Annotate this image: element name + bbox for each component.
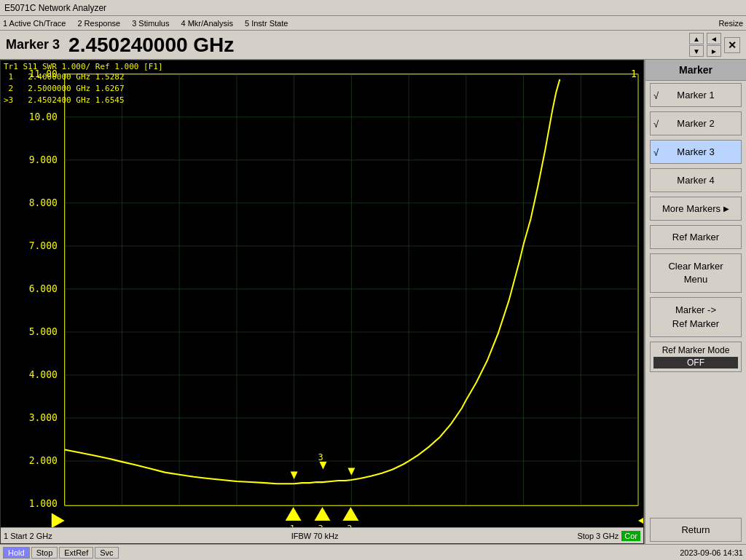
marker-next-btn[interactable]: ►	[707, 45, 721, 57]
marker-readout: 1 2.4000000 GHz 1.5282 2 2.5000000 GHz 1…	[4, 71, 163, 106]
chart-header: Tr1 S11 SWR 1.000/ Ref 1.000 [F1] 1 2.40…	[4, 62, 163, 106]
marker-value: 2.450240000 GHz	[68, 33, 686, 57]
marker1-btn[interactable]: Marker 1	[650, 83, 742, 107]
svg-text:3: 3	[318, 452, 323, 462]
svg-text:10.00: 10.00	[29, 111, 58, 122]
clear-marker-menu-btn[interactable]: Clear MarkerMenu	[650, 253, 742, 293]
marker-down-btn[interactable]: ▼	[689, 45, 704, 57]
extref-btn[interactable]: ExtRef	[59, 547, 93, 559]
marker2-val: 1.6267	[95, 84, 125, 93]
marker3-val: 1.6545	[95, 95, 125, 105]
chart-bottom-bar: 1 Start 2 GHz IFBW 70 kHz Stop 3 GHz Cor	[1, 527, 643, 543]
marker-nav-group[interactable]: ◄ ►	[707, 33, 721, 57]
menu-stimulus[interactable]: 3 Stimulus	[132, 19, 169, 28]
marker-bar: Marker 3 2.450240000 GHz ▲ ▼ ◄ ► ✕	[0, 31, 746, 60]
ref-marker-mode-btn[interactable]: Ref Marker Mode OFF	[650, 342, 742, 372]
chart-area[interactable]: Tr1 S11 SWR 1.000/ Ref 1.000 [F1] 1 2.40…	[0, 60, 644, 544]
svc-btn[interactable]: Svc	[95, 547, 118, 559]
stop-btn[interactable]: Stop	[31, 547, 58, 559]
menu-active-ch[interactable]: 1 Active Ch/Trace	[3, 19, 66, 28]
title-bar: E5071C Network Analyzer	[0, 0, 746, 16]
resize-label[interactable]: Resize	[718, 19, 743, 28]
right-panel: Marker Marker 1 Marker 2 Marker 3 Marker…	[644, 60, 746, 544]
ifbw-label: IFBW 70 kHz	[291, 532, 339, 540]
stop-freq-section: Stop 3 GHz Cor	[577, 531, 640, 541]
panel-title: Marker	[645, 60, 746, 81]
marker-up-btn[interactable]: ▲	[689, 33, 704, 44]
start-freq-label: 1 Start 2 GHz	[4, 532, 52, 540]
return-label: Return	[681, 524, 710, 535]
marker2-label: Marker 2	[677, 118, 714, 129]
marker3-freq: 2.4502400 GHz	[28, 95, 90, 105]
marker3-btn[interactable]: Marker 3	[650, 140, 742, 164]
main-content: Tr1 S11 SWR 1.000/ Ref 1.000 [F1] 1 2.40…	[0, 60, 746, 544]
marker-label: Marker 3	[6, 37, 60, 52]
ref-marker-btn[interactable]: Ref Marker	[650, 225, 742, 249]
menu-bar: 1 Active Ch/Trace 2 Response 3 Stimulus …	[0, 16, 746, 31]
svg-text:8.000: 8.000	[29, 197, 58, 208]
marker-prev-btn[interactable]: ◄	[707, 33, 721, 44]
svg-text:6.000: 6.000	[29, 283, 58, 294]
status-bar: Hold Stop ExtRef Svc 2023-09-06 14:31	[0, 544, 746, 560]
marker-stepper[interactable]: ▲ ▼	[689, 33, 704, 57]
return-btn[interactable]: Return	[650, 518, 742, 542]
more-markers-arrow: ▶	[723, 205, 729, 213]
app-title: E5071C Network Analyzer	[4, 3, 106, 13]
clear-marker-menu-label: Clear MarkerMenu	[668, 261, 723, 285]
datetime-label: 2023-09-06 14:31	[680, 548, 743, 557]
marker4-label: Marker 4	[677, 175, 714, 186]
menu-instr-state[interactable]: 5 Instr State	[245, 19, 288, 28]
marker-ref-marker-btn[interactable]: Marker ->Ref Marker	[650, 297, 742, 336]
status-buttons: Hold Stop ExtRef Svc	[3, 547, 119, 559]
ref-marker-mode-value: OFF	[653, 357, 738, 368]
ref-marker-label: Ref Marker	[672, 232, 719, 242]
chart-svg: 11.00 10.00 9.000 8.000 7.000 6.000 5.00…	[1, 60, 643, 543]
cor-badge: Cor	[621, 531, 640, 541]
svg-text:3.000: 3.000	[29, 412, 58, 423]
marker2-id: 2	[4, 84, 23, 93]
marker2-freq: 2.5000000 GHz	[28, 84, 90, 93]
menu-response[interactable]: 2 Response	[77, 19, 120, 28]
more-markers-btn[interactable]: More Markers ▶	[650, 197, 742, 221]
start-freq: 1 Start 2 GHz	[4, 532, 52, 540]
marker-ref-marker-label: Marker ->Ref Marker	[672, 304, 719, 328]
svg-text:2.000: 2.000	[29, 455, 58, 466]
svg-text:1.000: 1.000	[29, 498, 58, 509]
svg-text:9.000: 9.000	[29, 154, 58, 165]
svg-text:7.000: 7.000	[29, 240, 58, 251]
svg-text:5.000: 5.000	[29, 326, 58, 337]
marker1-id: 1	[4, 72, 23, 82]
marker1-label: Marker 1	[677, 90, 714, 100]
menu-mkr-analysis[interactable]: 4 Mkr/Analysis	[181, 19, 233, 28]
hold-btn[interactable]: Hold	[3, 547, 30, 559]
ifbw-section: IFBW 70 kHz	[291, 532, 339, 540]
marker1-freq: 2.4000000 GHz	[28, 72, 90, 82]
marker3-label: Marker 3	[677, 146, 714, 157]
svg-text:4.000: 4.000	[29, 369, 58, 380]
more-markers-label: More Markers	[662, 203, 721, 214]
svg-text:1: 1	[631, 68, 637, 79]
marker3-id: >3	[4, 95, 23, 105]
ref-marker-mode-label: Ref Marker Mode	[662, 345, 730, 355]
marker2-btn[interactable]: Marker 2	[650, 111, 742, 135]
svg-rect-0	[1, 60, 643, 543]
marker4-btn[interactable]: Marker 4	[650, 168, 742, 192]
trace-info: Tr1 S11 SWR 1.000/ Ref 1.000 [F1]	[4, 62, 163, 71]
stop-freq-label: Stop 3 GHz	[577, 532, 619, 540]
marker-close-btn[interactable]: ✕	[724, 37, 740, 53]
marker1-val: 1.5282	[95, 72, 125, 82]
